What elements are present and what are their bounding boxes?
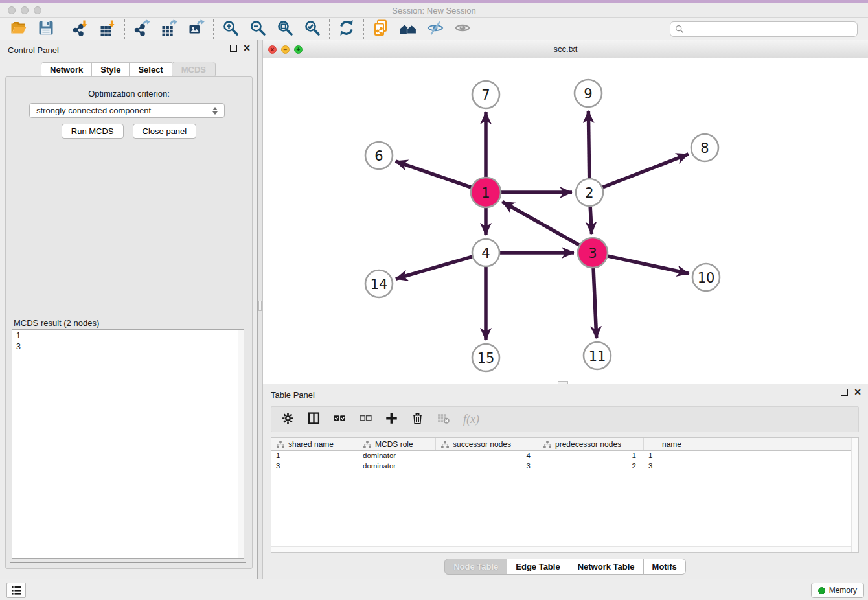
zoom-in-button[interactable]: [217, 19, 244, 40]
table-cell[interactable]: 1: [271, 451, 358, 461]
node-8-label: 8: [700, 141, 709, 156]
select-all-button[interactable]: [334, 412, 346, 427]
delete-table-icon: [437, 412, 450, 427]
node-6-label: 6: [374, 148, 383, 164]
memory-status-icon: [818, 587, 825, 594]
network-close-button[interactable]: ×: [268, 45, 277, 54]
new-network-from-selection-button[interactable]: [367, 19, 394, 40]
hide-selected-nodes-edges-button[interactable]: [422, 19, 449, 40]
maximize-window-button[interactable]: [34, 6, 41, 14]
control-panel-float-button[interactable]: [230, 45, 237, 52]
table-cell[interactable]: dominator: [358, 451, 436, 461]
table-panel-close-button[interactable]: ✕: [854, 389, 862, 396]
save-session-icon: [38, 19, 54, 39]
edge-2-9[interactable]: [588, 111, 589, 178]
tab-motifs[interactable]: Motifs: [643, 559, 686, 575]
deselect-all-button[interactable]: [360, 412, 372, 427]
table-cell[interactable]: 1: [644, 451, 698, 461]
control-panel: Control Panel ✕ NetworkStyleSelectMCDS O…: [0, 40, 257, 579]
table-cell[interactable]: 4: [436, 451, 538, 461]
tab-mcds[interactable]: MCDS: [172, 62, 216, 78]
save-session-button[interactable]: [32, 19, 60, 40]
network-zoom-button[interactable]: +: [294, 45, 303, 54]
memory-button[interactable]: Memory: [811, 583, 864, 598]
table-cell[interactable]: 3: [436, 461, 538, 472]
toolbar-separator: [329, 19, 330, 39]
import-network-from-file-icon: [72, 19, 89, 39]
close-panel-button[interactable]: Close panel: [133, 124, 197, 139]
column-header-name[interactable]: name: [644, 438, 698, 450]
vertical-splitter[interactable]: [257, 40, 263, 579]
delete-columns-button[interactable]: [411, 412, 424, 427]
show-network-overview-button[interactable]: [394, 19, 422, 40]
tab-style[interactable]: Style: [91, 62, 130, 78]
show-all-nodes-edges-button[interactable]: [449, 19, 476, 40]
mcds-result-textarea[interactable]: 1 3: [12, 329, 244, 559]
column-header-MCDS-role[interactable]: MCDS role: [358, 438, 436, 450]
control-panel-title: Control Panel: [0, 40, 257, 55]
table-row[interactable]: 1dominator411: [271, 451, 858, 461]
toggle-column-display-button[interactable]: [308, 412, 320, 427]
show-network-overview-icon: [400, 19, 417, 39]
edge-3-1[interactable]: [502, 202, 579, 245]
optimization-criterion-label: Optimization criterion:: [6, 89, 252, 98]
node-4-label: 4: [481, 246, 490, 261]
minimize-window-button[interactable]: [21, 6, 29, 14]
export-network-button[interactable]: [128, 19, 155, 40]
tab-network-table[interactable]: Network Table: [569, 559, 644, 575]
network-window-title: scc.txt: [263, 40, 868, 58]
show-all-nodes-edges-icon: [454, 19, 471, 39]
criterion-select[interactable]: strongly connected component: [29, 103, 225, 118]
tab-node-table[interactable]: Node Table: [444, 559, 507, 575]
vertical-splitter-handle[interactable]: [258, 301, 262, 311]
table-vertical-scrollbar[interactable]: [851, 438, 858, 552]
network-graph[interactable]: 7968124314101511: [263, 58, 868, 384]
table-horizontal-scrollbar[interactable]: [271, 546, 851, 552]
search-box[interactable]: [670, 21, 858, 37]
open-file-button[interactable]: [5, 19, 32, 40]
table-cell[interactable]: dominator: [358, 461, 436, 472]
fit-content-button[interactable]: [271, 19, 299, 40]
close-window-button[interactable]: [8, 6, 16, 14]
column-header-successor-nodes[interactable]: successor nodes: [436, 438, 538, 450]
table-cell[interactable]: 1: [538, 451, 644, 461]
column-settings-button[interactable]: [282, 412, 294, 427]
add-column-button[interactable]: [385, 412, 398, 427]
edge-4-14[interactable]: [396, 257, 472, 279]
export-image-button[interactable]: [183, 19, 210, 40]
mcds-result-scrollbar[interactable]: [238, 330, 244, 558]
run-mcds-button[interactable]: Run MCDS: [62, 124, 124, 139]
tab-network[interactable]: Network: [41, 62, 92, 78]
tab-edge-table[interactable]: Edge Table: [507, 559, 569, 575]
select-stepper-icon: [212, 107, 218, 115]
network-window-titlebar[interactable]: × − + scc.txt: [263, 40, 868, 58]
apply-preferred-layout-button[interactable]: [333, 19, 360, 40]
import-table-from-file-button[interactable]: [94, 19, 121, 40]
table-cell[interactable]: 3: [271, 461, 358, 472]
edge-1-6[interactable]: [396, 161, 472, 187]
export-table-button[interactable]: [155, 19, 183, 40]
column-header-predecessor-nodes[interactable]: predecessor nodes: [538, 438, 644, 450]
control-panel-close-button[interactable]: ✕: [243, 45, 251, 52]
tab-select[interactable]: Select: [129, 62, 172, 78]
edge-2-3[interactable]: [590, 207, 591, 234]
table-row[interactable]: 3dominator323: [271, 461, 858, 472]
network-canvas[interactable]: 7968124314101511: [263, 58, 868, 384]
network-minimize-button[interactable]: −: [281, 45, 290, 54]
zoom-out-button[interactable]: [244, 19, 271, 40]
edge-3-10[interactable]: [608, 256, 689, 273]
search-input[interactable]: [687, 25, 852, 34]
task-history-button[interactable]: [6, 583, 26, 598]
table-panel-float-button[interactable]: [841, 389, 848, 396]
network-view-window: × − + scc.txt 7968124314101511: [263, 40, 868, 384]
table-cell[interactable]: 3: [644, 461, 698, 472]
zoom-selected-region-button[interactable]: [299, 19, 326, 40]
edge-2-8[interactable]: [603, 154, 689, 187]
deselect-all-icon: [360, 412, 372, 427]
import-network-from-file-button[interactable]: [67, 19, 94, 40]
list-icon: [11, 586, 22, 595]
control-panel-tabs: NetworkStyleSelectMCDS: [0, 62, 257, 78]
edge-3-11[interactable]: [593, 268, 597, 338]
table-cell[interactable]: 2: [538, 461, 644, 472]
column-header-shared-name[interactable]: shared name: [271, 438, 358, 450]
